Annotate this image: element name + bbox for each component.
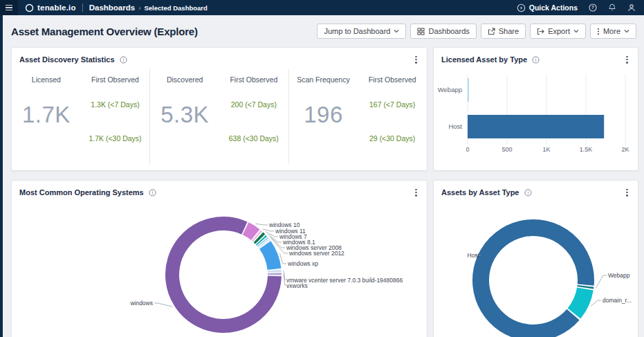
info-icon[interactable]: i	[532, 56, 540, 64]
leader-line	[263, 229, 274, 231]
metric-label: Licensed	[12, 75, 81, 84]
x-tick-label: 1K	[542, 146, 550, 153]
observed-30days-value[interactable]: 1.7K (<30 Days)	[81, 134, 150, 143]
donut-slice[interactable]	[481, 228, 586, 333]
grid-icon	[417, 28, 425, 35]
bar-host[interactable]	[468, 115, 604, 138]
card-menu-button[interactable]	[412, 187, 420, 198]
more-button[interactable]: More	[590, 24, 636, 39]
asset-type-donut-chart: HostWebappdomain_r...	[434, 181, 638, 337]
donut-slice[interactable]	[264, 243, 264, 244]
discovery-group-scan-frequency: Scan Frequency 196 First Observed 167 (<…	[288, 69, 427, 165]
slice-label: windows server 2008	[286, 244, 342, 251]
chevron-down-icon	[394, 29, 399, 33]
top-navbar: tenable.io Dashboards › Selected Dashboa…	[0, 0, 644, 15]
card-menu-button[interactable]	[623, 54, 631, 65]
quick-actions-label: Quick Actions	[529, 3, 578, 12]
help-icon[interactable]: ?	[589, 3, 597, 12]
donut-slice[interactable]	[246, 228, 255, 235]
notifications-bell-icon[interactable]	[608, 3, 616, 12]
breadcrumb-dashboards[interactable]: Dashboards	[89, 3, 135, 12]
leader-line	[591, 300, 601, 307]
discovery-group-discovered: Discovered 5.3K First Observed 200 (<7 D…	[149, 69, 288, 165]
collapsed-sidebar-rail[interactable]	[0, 15, 3, 337]
slice-label: vmware vcenter server 7.0.3 build-194808…	[286, 277, 403, 284]
donut-slice[interactable]	[262, 242, 263, 243]
os-donut-chart: windows 10windows 11windows 7windows 8.1…	[12, 181, 427, 337]
tenable-logo[interactable]: tenable.io	[25, 3, 76, 12]
leader-line	[266, 232, 278, 237]
slice-label: Webapp	[608, 272, 630, 279]
metric-value: 196	[289, 102, 358, 128]
brand-name: tenable.io	[37, 3, 76, 12]
info-icon[interactable]: i	[149, 189, 156, 197]
tenable-logo-icon	[25, 3, 34, 12]
first-observed-label: First Observed	[219, 75, 288, 84]
bar-webapp[interactable]	[468, 78, 469, 102]
metric-label: Scan Frequency	[289, 75, 358, 84]
svg-text:i: i	[122, 57, 124, 62]
leader-line	[284, 274, 285, 286]
donut-slice[interactable]	[265, 245, 274, 269]
observed-7days-value[interactable]: 1.3K (<7 Days)	[81, 100, 150, 109]
discovery-group-licensed: Licensed 1.7K First Observed 1.3K (<7 Da…	[12, 69, 149, 165]
donut-slice[interactable]	[261, 240, 261, 242]
leader-line	[154, 303, 172, 307]
quick-actions-icon	[517, 3, 526, 12]
card-title: Licensed Asset by Type	[441, 55, 527, 64]
card-title: Assets by Asset Type	[441, 188, 519, 197]
dashboards-button[interactable]: Dashboards	[410, 24, 476, 39]
card-menu-button[interactable]	[412, 54, 420, 65]
jump-to-dashboard-button[interactable]: Jump to Dashboard	[317, 24, 406, 39]
donut-slice[interactable]	[574, 289, 585, 314]
leader-line	[284, 271, 285, 280]
export-button[interactable]: Export	[530, 24, 586, 39]
slice-label: windows 11	[275, 228, 306, 235]
most-common-operating-systems-card: Most Common Operating Systems i windows …	[11, 180, 427, 337]
slice-label: domain_r...	[602, 297, 632, 304]
observed-7days-value[interactable]: 200 (<7 Days)	[219, 100, 288, 109]
leader-line	[268, 235, 282, 242]
user-profile-icon[interactable]	[627, 3, 636, 12]
export-icon	[537, 28, 544, 35]
metric-value: 5.3K	[150, 102, 219, 128]
first-observed-label: First Observed	[81, 75, 150, 84]
card-title: Asset Discovery Statistics	[19, 55, 115, 64]
svg-text:?: ?	[591, 5, 594, 10]
share-label: Share	[499, 27, 519, 35]
x-tick-label: 500	[502, 146, 512, 153]
card-title: Most Common Operating Systems	[19, 188, 144, 197]
slice-label: windows xp	[287, 260, 318, 267]
observed-30days-value[interactable]: 29 (<30 Days)	[358, 134, 427, 143]
leader-line	[596, 275, 607, 288]
info-icon[interactable]: i	[524, 189, 532, 197]
svg-text:i: i	[527, 190, 528, 195]
breadcrumb-separator: ›	[138, 4, 140, 12]
metric-label: Discovered	[150, 75, 219, 84]
info-icon[interactable]: i	[120, 56, 127, 64]
export-label: Export	[548, 27, 570, 35]
donut-slice[interactable]	[258, 237, 260, 239]
chevron-down-icon	[624, 29, 629, 33]
menu-icon[interactable]	[0, 0, 18, 15]
x-tick-label: 0	[466, 146, 469, 153]
card-menu-button[interactable]	[623, 187, 631, 198]
slice-label: windows 7	[279, 233, 307, 240]
share-button[interactable]: Share	[481, 24, 526, 39]
observed-30days-value[interactable]: 638 (<30 Days)	[219, 134, 288, 143]
y-category-label: Webapp	[438, 86, 462, 93]
leader-line	[279, 253, 286, 264]
chevron-down-icon	[573, 29, 579, 33]
dashboards-label: Dashboards	[428, 27, 469, 35]
breadcrumb-selected-dashboard[interactable]: Selected Dashboard	[145, 4, 208, 12]
observed-7days-value[interactable]: 167 (<7 Days)	[358, 100, 427, 109]
svg-text:i: i	[535, 57, 537, 62]
dashboard-toolbar: Jump to Dashboard Dashboards Share Expor…	[317, 24, 636, 39]
slice-label: windows server 2012	[288, 250, 344, 257]
slice-label: windows 8.1	[282, 239, 315, 246]
assets-by-asset-type-card: Assets by Asset Type i HostWebappdomain_…	[433, 180, 638, 337]
quick-actions-button[interactable]: Quick Actions	[517, 3, 578, 12]
first-observed-label: First Observed	[358, 75, 427, 84]
donut-slice[interactable]	[256, 235, 257, 237]
leader-line	[255, 224, 268, 225]
